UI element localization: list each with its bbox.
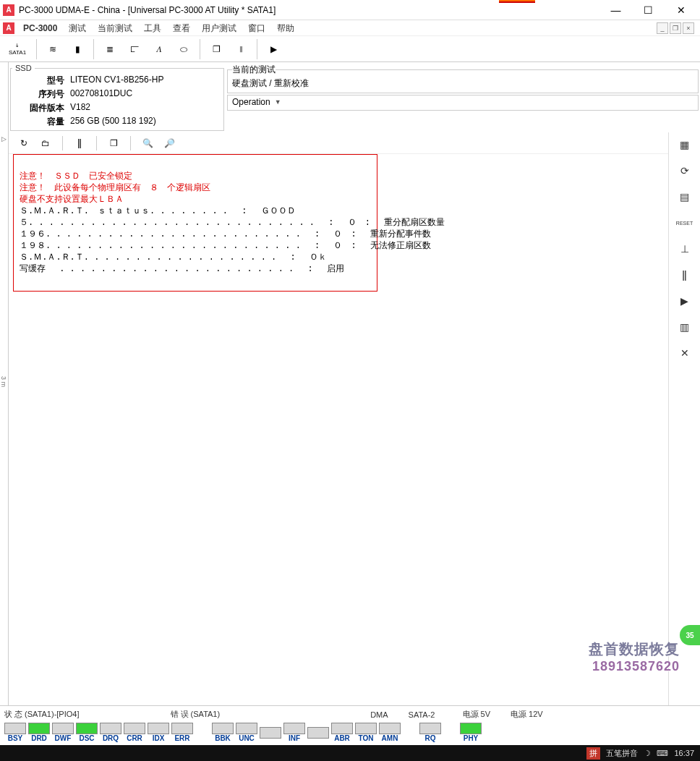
chip-icon: ▦ — [680, 139, 689, 150]
tool-button-8[interactable]: ⦀ — [229, 38, 252, 60]
window-title: PC-3000 UDMA-E - China - [Universal PC-3… — [19, 5, 599, 15]
led-drq — [100, 723, 121, 734]
cylinder-icon: ⬭ — [180, 44, 187, 54]
play-button[interactable]: ▶ — [262, 38, 285, 60]
sub-button-3[interactable]: ǁ — [70, 135, 89, 152]
ime-icon[interactable]: 拼 — [586, 747, 600, 760]
console-output-area[interactable]: 注意！ ＳＳＤ 已安全锁定 注意！ 此设备每个物理扇区有 ８ 个逻辑扇区 硬盘不… — [9, 154, 668, 733]
console-line: ５. . . . . . . . . . . . . . . . . . . .… — [20, 218, 445, 228]
tray-keyboard-icon[interactable]: ⌨ — [657, 749, 668, 758]
sata-port-label: SATA1 — [9, 49, 26, 56]
binoculars-next-icon: 🔎 — [164, 138, 175, 148]
console-highlight-box: 注意！ ＳＳＤ 已安全锁定 注意！ 此设备每个物理扇区有 ８ 个逻辑扇区 硬盘不… — [13, 154, 377, 292]
maximize-button[interactable]: ☐ — [632, 0, 665, 20]
left-gutter — [0, 62, 9, 132]
board-icon: ▤ — [680, 191, 689, 203]
mdi-close-button[interactable]: × — [683, 22, 694, 34]
list-icon: ≣ — [106, 44, 114, 54]
tool-button-4[interactable]: ⫍ — [123, 38, 146, 60]
refresh-icon: ↻ — [20, 138, 27, 148]
app-logo-icon: A — [3, 4, 14, 16]
tool-button-1[interactable]: ≋ — [41, 38, 64, 60]
mdi-minimize-button[interactable]: _ — [657, 22, 668, 34]
console-line: １９６. . . . . . . . . . . . . . . . . . .… — [20, 229, 431, 239]
status-dma-label: DMA — [370, 710, 388, 719]
led-dwf — [52, 723, 74, 734]
os-taskbar: 拼 五笔拼音 ☽ ⌨ 16:37 — [0, 745, 700, 761]
minimize-button[interactable]: — — [599, 0, 632, 20]
status-power5-label: 电源 5V — [463, 709, 491, 720]
ime-label[interactable]: 五笔拼音 — [606, 748, 638, 759]
barcode-icon: ⦀ — [239, 44, 243, 54]
sub-button-6[interactable]: 🔎 — [160, 135, 179, 152]
right-tool-2[interactable]: ⟳ — [675, 163, 695, 179]
led-idx — [148, 723, 169, 734]
pause-icon: ǁ — [682, 269, 687, 281]
menu-tools[interactable]: 工具 — [138, 20, 167, 36]
menu-current-test[interactable]: 当前测试 — [92, 20, 138, 36]
sub-button-5[interactable]: 🔍 — [138, 135, 157, 152]
right-tool-9[interactable]: ✕ — [675, 345, 695, 361]
led-bsy — [4, 723, 26, 734]
tool-button-2[interactable]: ▮ — [66, 38, 89, 60]
firmware-label: 固件版本 — [15, 102, 70, 114]
right-tool-6[interactable]: ǁ — [675, 267, 695, 283]
led-phy — [460, 723, 482, 734]
chevron-down-icon[interactable]: ▼ — [275, 98, 281, 106]
mdi-controls: _ ❐ × — [657, 22, 697, 34]
mdi-restore-button[interactable]: ❐ — [670, 22, 681, 34]
led-inf — [283, 723, 305, 734]
info-row: SSD 型号LITEON CV1-8B256-HP 序列号002708101DU… — [0, 62, 700, 132]
menu-window[interactable]: 窗口 — [242, 20, 271, 36]
right-tool-reset[interactable]: RESET — [675, 215, 695, 231]
sata-port-button[interactable]: ⫰ SATA1 — [3, 42, 32, 56]
tool-button-6[interactable]: ⬭ — [172, 38, 195, 60]
tray-moon-icon[interactable]: ☽ — [644, 749, 651, 758]
compass-icon: 𝛬 — [156, 44, 162, 54]
menubar: A PC-3000 测试 当前测试 工具 查看 用户测试 窗口 帮助 _ ❐ × — [0, 20, 700, 36]
menu-user-test[interactable]: 用户测试 — [196, 20, 242, 36]
sub-toolbar: ↻ 🗀 ǁ ❐ 🔍 🔎 — [9, 132, 668, 154]
badge-value: 35 — [686, 632, 693, 639]
sub-button-2[interactable]: 🗀 — [36, 135, 55, 152]
console-line: 注意！ ＳＳＤ 已安全锁定 — [20, 171, 132, 182]
capacitor-icon: ⊥ — [680, 243, 689, 255]
chart-icon: ⫍ — [130, 44, 139, 54]
folder-icon: 🗀 — [41, 138, 50, 148]
menu-help[interactable]: 帮助 — [271, 20, 300, 36]
clock[interactable]: 16:37 — [674, 749, 694, 757]
model-label: 型号 — [15, 75, 70, 87]
sub-button-1[interactable]: ↻ — [14, 135, 33, 152]
right-tool-1[interactable]: ▦ — [675, 137, 695, 153]
menu-view[interactable]: 查看 — [167, 20, 196, 36]
led-unc — [236, 723, 257, 734]
window-titlebar: A PC-3000 UDMA-E - China - [Universal PC… — [0, 0, 700, 20]
floating-badge[interactable]: 35 — [680, 625, 700, 645]
led-group-state: BSY DRD DWF DSC DRQ CRR IDX ERR — [4, 723, 193, 742]
right-tool-3[interactable]: ▤ — [675, 189, 695, 205]
ssd-info-panel: SSD 型号LITEON CV1-8B256-HP 序列号002708101DU… — [10, 64, 224, 131]
chevron-right-icon: ▷ — [1, 135, 7, 143]
current-test-value: 硬盘测试 / 重新校准 — [232, 77, 693, 90]
binoculars-icon: 🔍 — [142, 138, 153, 148]
serial-label: 序列号 — [15, 88, 70, 101]
led-amn — [379, 723, 401, 734]
right-tool-8[interactable]: ▥ — [675, 319, 695, 335]
right-tool-5[interactable]: ⊥ — [675, 241, 695, 257]
tool-button-3[interactable]: ≣ — [98, 38, 121, 60]
tool-button-7[interactable]: ❐ — [205, 38, 228, 60]
tool-button-5[interactable]: 𝛬 — [148, 38, 171, 60]
menu-test[interactable]: 测试 — [63, 20, 92, 36]
console-line: Ｓ.Ｍ.Ａ.Ｒ.Ｔ. . . . . . . . . . . . . . . .… — [20, 252, 327, 263]
copy-icon: ❐ — [213, 44, 221, 54]
menu-appname[interactable]: PC-3000 — [17, 20, 63, 36]
right-tool-7[interactable]: ▶ — [675, 293, 695, 309]
operation-label: Operation — [232, 97, 270, 107]
close-button[interactable]: ✕ — [665, 0, 697, 20]
sub-button-4[interactable]: ❐ — [104, 135, 123, 152]
console-line: 写缓存 . . . . . . . . . . . . . . . . . . … — [20, 264, 344, 274]
side-ruler-text: 3 m — [0, 376, 7, 387]
ic-icon: ▥ — [680, 321, 689, 333]
led-crr — [124, 723, 145, 734]
left-collapse-bar[interactable]: ▷ — [0, 132, 9, 761]
